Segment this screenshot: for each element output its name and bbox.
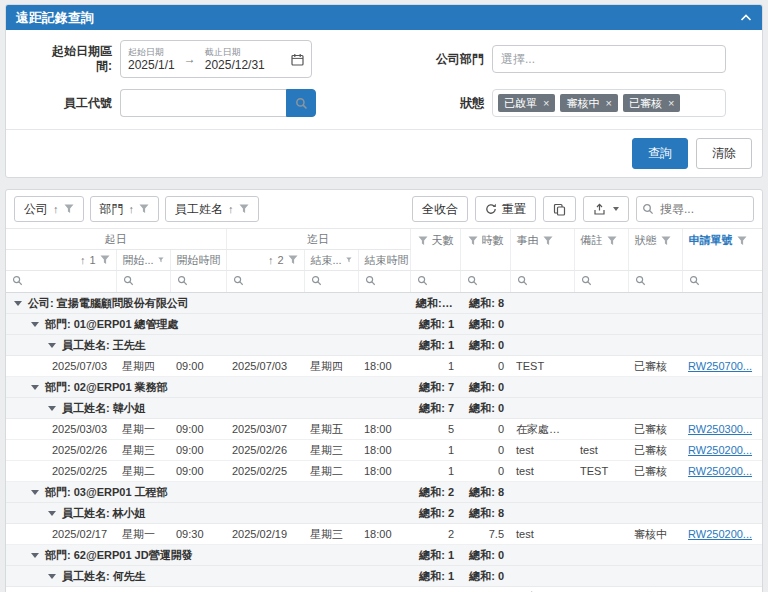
tag-remove-icon[interactable]: × <box>668 97 674 109</box>
status-tag[interactable]: 已審核× <box>623 94 680 112</box>
tag-remove-icon[interactable]: × <box>543 97 549 109</box>
cell-days: 1 <box>410 356 460 377</box>
filter-icon[interactable] <box>139 204 149 214</box>
start-date-field[interactable]: 起始日期 2025/1/1 <box>128 47 175 72</box>
group-chip[interactable]: 公司↑ <box>14 196 84 222</box>
request-link[interactable]: RW250200... <box>688 465 752 477</box>
start-date-value[interactable]: 2025/1/1 <box>128 58 175 72</box>
clear-button[interactable]: 清除 <box>696 138 752 169</box>
expand-icon[interactable] <box>48 574 56 579</box>
column-filter-cell[interactable] <box>6 271 116 293</box>
status-tag[interactable]: 已啟單× <box>498 94 555 112</box>
col-reason[interactable]: 事由 <box>510 229 574 271</box>
copy-button[interactable] <box>543 196 576 222</box>
col-request-no[interactable]: 申請單號 <box>682 229 762 271</box>
sort-asc-icon: ↑ <box>53 203 59 215</box>
cell-start-date: 2025/03/03 <box>6 587 116 592</box>
request-link[interactable]: RW250700... <box>688 360 752 372</box>
column-filter-cell[interactable] <box>628 271 682 293</box>
column-filter-cell[interactable] <box>358 271 410 293</box>
filter-icon[interactable] <box>418 236 428 246</box>
col-start-time[interactable]: 開始時間 <box>170 250 226 271</box>
expand-icon[interactable] <box>31 385 39 390</box>
cell-remark: TEST <box>574 461 628 482</box>
expand-icon[interactable] <box>48 343 56 348</box>
filter-icon[interactable] <box>288 255 298 265</box>
cell-status: 已審核 <box>628 587 682 592</box>
col-status[interactable]: 狀態 <box>628 229 682 271</box>
sort-asc-icon: ↑ <box>129 203 135 215</box>
filter-icon[interactable] <box>158 255 164 265</box>
employee-search-button[interactable] <box>286 89 316 117</box>
col-start-date[interactable]: ↑1 <box>6 250 116 271</box>
employee-code-input[interactable] <box>120 89 286 117</box>
group-chip[interactable]: 部門↑ <box>90 196 160 222</box>
query-button[interactable]: 查詢 <box>632 138 688 169</box>
end-date-field[interactable]: 截止日期 2025/12/31 <box>205 47 265 72</box>
reset-button[interactable]: 重置 <box>475 196 536 222</box>
cell-start-week: 星期一 <box>116 419 170 440</box>
expand-icon[interactable] <box>31 490 39 495</box>
col-remark[interactable]: 備註 <box>574 229 628 271</box>
band-end-date[interactable]: 迄日 <box>226 229 410 250</box>
group-chip[interactable]: 員工姓名↑ <box>165 196 259 222</box>
request-link[interactable]: RW250200... <box>688 444 752 456</box>
col-start-week[interactable]: 開始... <box>116 250 170 271</box>
cell-end-date: 2025/03/03 <box>226 587 304 592</box>
request-link[interactable]: RW250200... <box>688 528 752 540</box>
group-row-filler <box>510 335 762 356</box>
sort-asc-icon: ↑ <box>228 203 234 215</box>
filter-icon[interactable] <box>543 236 553 246</box>
col-hours[interactable]: 時數 <box>460 229 510 271</box>
column-filter-cell[interactable] <box>574 271 628 293</box>
column-filter-cell[interactable] <box>682 271 762 293</box>
collapse-panel-icon[interactable] <box>740 13 752 22</box>
group-row-filler <box>510 482 762 503</box>
collapse-all-button[interactable]: 全收合 <box>412 196 468 222</box>
cell-end-time: 18:00 <box>358 440 410 461</box>
expand-icon[interactable] <box>48 406 56 411</box>
col-end-date[interactable]: ↑2 <box>226 250 304 271</box>
cell-request-no: RW250700... <box>682 356 762 377</box>
department-select[interactable]: 選擇... <box>492 45 726 73</box>
column-filter-cell[interactable] <box>460 271 510 293</box>
filter-icon[interactable] <box>737 236 747 246</box>
status-tag[interactable]: 審核中× <box>560 94 617 112</box>
col-end-week[interactable]: 結束... <box>304 250 358 271</box>
expand-icon[interactable] <box>31 322 39 327</box>
col-days[interactable]: 天數 <box>410 229 460 271</box>
band-start-date[interactable]: 起日 <box>6 229 226 250</box>
filter-icon[interactable] <box>346 255 352 265</box>
record-row: 2025/03/03星期一09:002025/03/07星期五18:0050在家… <box>6 419 762 440</box>
expand-icon[interactable] <box>14 301 22 306</box>
end-date-value[interactable]: 2025/12/31 <box>205 58 265 72</box>
filter-icon[interactable] <box>64 204 74 214</box>
filter-icon[interactable] <box>661 236 671 246</box>
cell-end-week: 星期一 <box>304 587 358 592</box>
request-link[interactable]: RW250300... <box>688 423 752 435</box>
filter-icon[interactable] <box>468 236 478 246</box>
column-filter-cell[interactable] <box>410 271 460 293</box>
tag-remove-icon[interactable]: × <box>605 97 611 109</box>
column-filter-cell[interactable] <box>510 271 574 293</box>
expand-icon[interactable] <box>31 553 39 558</box>
grid-body: 公司: 宣揚電腦顧問股份有限公司總和: 11總和: 8部門: 01@ERP01 … <box>6 293 762 592</box>
filter-icon[interactable] <box>100 255 110 265</box>
status-tagbox[interactable]: 已啟單×審核中×已審核× <box>492 89 726 117</box>
calendar-icon[interactable] <box>291 53 304 66</box>
group-row-filler <box>510 293 762 314</box>
group-days-sum: 總和: 1 <box>410 314 460 335</box>
status-tag-label: 已審核 <box>629 97 662 109</box>
filter-icon[interactable] <box>239 204 249 214</box>
export-button[interactable] <box>583 196 629 222</box>
column-filter-cell[interactable] <box>226 271 304 293</box>
date-range-box[interactable]: 起始日期 2025/1/1 → 截止日期 2025/12/31 <box>120 40 312 78</box>
col-end-time[interactable]: 結束時間 <box>358 250 410 271</box>
column-filter-cell[interactable] <box>170 271 226 293</box>
expand-icon[interactable] <box>48 511 56 516</box>
date-range-label: 起始日期區間: <box>16 44 112 74</box>
cell-end-week: 星期四 <box>304 356 358 377</box>
filter-icon[interactable] <box>607 236 617 246</box>
column-filter-cell[interactable] <box>304 271 358 293</box>
column-filter-cell[interactable] <box>116 271 170 293</box>
